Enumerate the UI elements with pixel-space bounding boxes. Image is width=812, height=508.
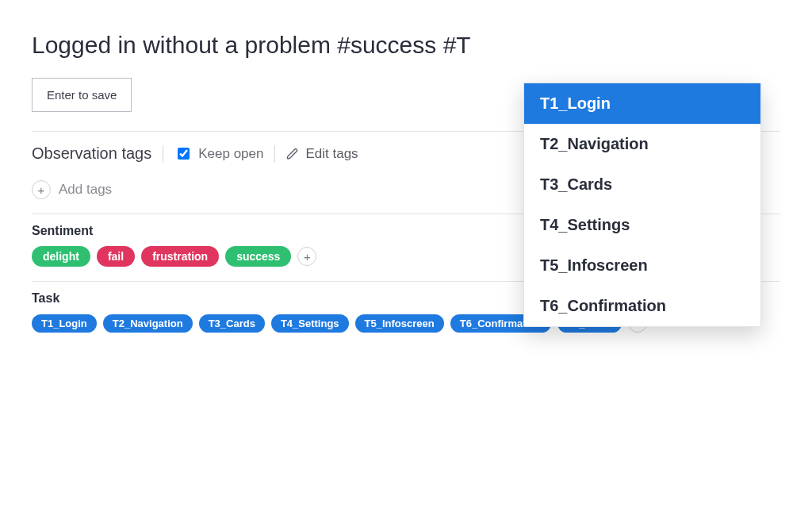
dropdown-item[interactable]: T1_Login [524,83,760,124]
edit-tags-button[interactable]: Edit tags [286,146,358,162]
sentiment-tag[interactable]: delight [32,246,90,267]
task-tag[interactable]: T2_Navigation [103,314,193,333]
vertical-divider [163,145,163,163]
dropdown-item[interactable]: T3_Cards [524,164,760,205]
task-tag[interactable]: T1_Login [32,314,97,333]
enter-to-save-button[interactable]: Enter to save [32,78,132,112]
sentiment-tag[interactable]: frustration [141,246,219,267]
add-tags-label: Add tags [59,182,112,198]
plus-icon: + [32,180,51,199]
edit-tags-label: Edit tags [305,146,358,162]
sentiment-tag[interactable]: success [225,246,291,267]
task-tag[interactable]: T3_Cards [199,314,265,333]
keep-open-label: Keep open [198,146,263,162]
add-sentiment-tag-button[interactable]: + [297,247,316,266]
pencil-icon [286,148,299,160]
tag-autocomplete-dropdown[interactable]: T1_LoginT2_NavigationT3_CardsT4_Settings… [523,83,761,327]
task-tag[interactable]: T5_Infoscreen [355,314,444,333]
vertical-divider [274,145,275,163]
dropdown-item[interactable]: T5_Infoscreen [524,245,760,286]
dropdown-item[interactable]: T2_Navigation [524,124,760,164]
keep-open-checkbox[interactable] [178,148,190,160]
dropdown-item[interactable]: T6_Confirmation [524,286,760,326]
dropdown-item[interactable]: T4_Settings [524,205,760,245]
keep-open-toggle[interactable]: Keep open [174,145,263,162]
observation-title: Logged in without a problem #success #T [32,32,780,59]
observation-tags-label: Observation tags [32,144,151,163]
task-tag[interactable]: T4_Settings [271,314,349,333]
sentiment-tag[interactable]: fail [97,246,135,267]
